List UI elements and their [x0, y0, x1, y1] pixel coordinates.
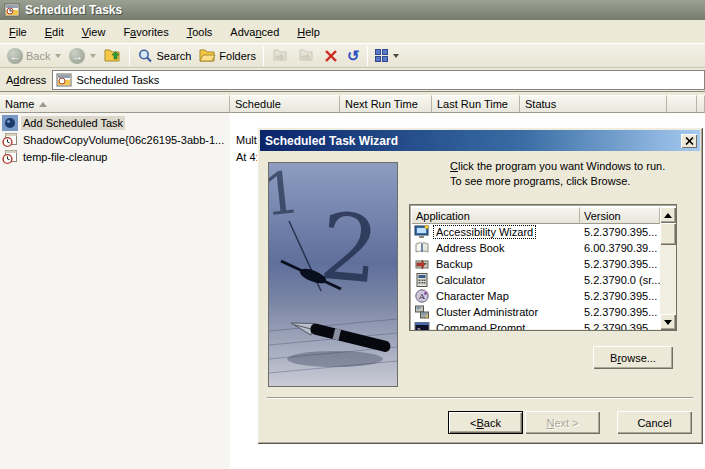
sort-ascending-icon — [39, 102, 47, 107]
dialog-separator — [267, 397, 693, 399]
task-name: temp-file-cleanup — [21, 150, 109, 164]
wizard-instruction-line1: Click the program you want Windows to ru… — [450, 160, 665, 172]
address-label: Address — [0, 74, 52, 86]
applist-header-version[interactable]: Version — [580, 207, 660, 224]
app-name: Backup — [434, 258, 475, 270]
character-map-icon: A — [414, 288, 430, 304]
folders-button[interactable]: Folders — [195, 45, 260, 67]
move-to-button[interactable] — [267, 45, 293, 67]
sorted-column-tint — [0, 113, 230, 469]
undo-icon: ↺ — [347, 48, 360, 64]
wizard-watermark-image: 1 2 — [268, 162, 398, 387]
command-prompt-icon: >_ — [414, 320, 430, 331]
back-wizard-button[interactable]: < Back — [448, 411, 523, 434]
toolbar-separator — [129, 46, 130, 66]
column-header-next-run-time[interactable]: Next Run Time — [340, 95, 432, 113]
back-button[interactable]: ← Back — [3, 45, 65, 67]
menu-view[interactable]: View — [73, 23, 115, 41]
delete-button[interactable] — [319, 45, 343, 67]
forward-icon: → — [69, 48, 85, 64]
up-button[interactable] — [100, 45, 126, 67]
undo-button[interactable]: ↺ — [343, 45, 364, 67]
address-bar: Address Scheduled Tasks — [0, 68, 705, 92]
svg-text:A: A — [418, 292, 425, 301]
task-clock-icon — [2, 132, 18, 148]
toolbar-separator — [367, 46, 368, 66]
applist-scrollbar[interactable] — [660, 207, 676, 330]
views-dropdown-icon — [393, 54, 399, 58]
applist-row-cluster-administrator[interactable]: Cluster Administrator 5.2.3790.395... — [412, 304, 660, 320]
cluster-administrator-icon — [414, 304, 430, 320]
address-value: Scheduled Tasks — [76, 74, 159, 86]
menu-tools[interactable]: Tools — [178, 23, 222, 41]
copy-to-icon — [297, 48, 315, 64]
applist-row-calculator[interactable]: Calculator 5.2.3790.0 (sr... — [412, 272, 660, 288]
back-label: Back — [26, 50, 50, 62]
address-combobox[interactable]: Scheduled Tasks — [52, 70, 705, 90]
app-version: 5.2.3790.395... — [584, 226, 657, 238]
views-button[interactable] — [371, 45, 403, 67]
search-label: Search — [156, 50, 191, 62]
svg-text:>_: >_ — [417, 325, 425, 331]
delete-x-icon — [323, 48, 339, 64]
column-header-status[interactable]: Status — [520, 95, 667, 113]
scroll-up-button[interactable] — [660, 207, 676, 223]
applist-row-command-prompt[interactable]: >_ Command Prompt 5.2.3790.395... — [412, 320, 660, 331]
menu-advanced[interactable]: Advanced — [221, 23, 288, 41]
next-wizard-button[interactable]: Next > — [525, 411, 600, 434]
applist-row-character-map[interactable]: A Character Map 5.2.3790.395... — [412, 288, 660, 304]
forward-button[interactable]: → — [65, 45, 100, 67]
menu-help[interactable]: Help — [288, 23, 329, 41]
cancel-button[interactable]: Cancel — [617, 411, 692, 434]
applist-row-backup[interactable]: Backup 5.2.3790.395... — [412, 256, 660, 272]
views-icon — [375, 49, 388, 62]
column-header-last-run-time[interactable]: Last Run Time — [432, 95, 520, 113]
scheduled-tasks-folder-icon — [56, 72, 72, 88]
scheduled-task-wizard-dialog: Scheduled Task Wizard 1 2 — [257, 127, 703, 444]
column-header-schedule[interactable]: Schedule — [230, 95, 340, 113]
applist-header-application[interactable]: Application — [412, 207, 580, 224]
window-title: Scheduled Tasks — [25, 3, 122, 17]
application-listbox[interactable]: Application Version Accessibility Wizard… — [409, 204, 677, 331]
toolbar-separator — [263, 46, 264, 66]
column-header-name[interactable]: Name — [0, 95, 230, 113]
menu-edit[interactable]: Edit — [36, 23, 73, 41]
column-header-extra[interactable] — [697, 95, 705, 113]
copy-to-button[interactable] — [293, 45, 319, 67]
wizard-instruction-line2: To see more programs, click Browse. — [450, 175, 630, 187]
column-header-extra[interactable] — [667, 95, 697, 113]
applist-row-accessibility-wizard[interactable]: Accessibility Wizard 5.2.3790.395... — [412, 224, 660, 240]
menu-file[interactable]: File — [0, 23, 36, 41]
app-version: 5.2.3790.395... — [584, 290, 657, 302]
app-version: 5.2.3790.395... — [584, 322, 657, 331]
dialog-title: Scheduled Task Wizard — [265, 134, 398, 148]
back-icon: ← — [7, 48, 23, 64]
calculator-icon — [414, 272, 430, 288]
accessibility-wizard-icon — [414, 224, 430, 240]
address-book-icon — [414, 240, 430, 256]
app-version: 5.2.3790.0 (sr... — [584, 274, 660, 286]
menu-favorites[interactable]: Favorites — [114, 23, 177, 41]
dialog-titlebar: Scheduled Task Wizard — [260, 130, 700, 151]
scroll-down-button[interactable] — [660, 314, 676, 330]
app-version: 6.00.3790.39... — [584, 242, 657, 254]
app-version: 5.2.3790.395... — [584, 306, 657, 318]
applist-row-address-book[interactable]: Address Book 6.00.3790.39... — [412, 240, 660, 256]
back-dropdown-icon — [55, 54, 61, 58]
task-clock-icon — [2, 149, 18, 165]
app-name: Calculator — [434, 274, 488, 286]
svg-text:2: 2 — [316, 193, 384, 305]
browse-button[interactable]: Browse... — [593, 346, 673, 369]
task-name: Add Scheduled Task — [21, 116, 125, 130]
move-to-icon — [271, 48, 289, 64]
backup-icon — [414, 256, 430, 272]
app-name: Address Book — [434, 242, 506, 254]
menu-bar: File Edit View Favorites Tools Advanced … — [0, 20, 705, 44]
app-name: Command Prompt — [434, 322, 527, 331]
scrollbar-thumb[interactable] — [660, 223, 676, 245]
folders-label: Folders — [219, 50, 256, 62]
close-button[interactable] — [681, 134, 697, 148]
search-button[interactable]: Search — [133, 45, 195, 67]
search-icon — [137, 48, 153, 64]
close-x-icon — [685, 137, 694, 145]
